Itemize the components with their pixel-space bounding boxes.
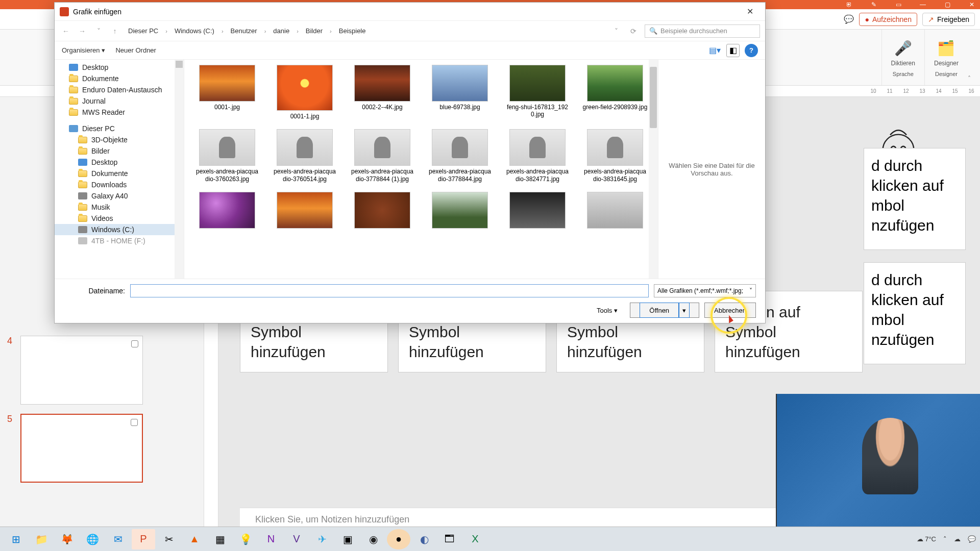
- breadcrumb[interactable]: Dieser PC: [125, 26, 161, 36]
- file-item[interactable]: [582, 192, 648, 229]
- start-button[interactable]: ⊞: [4, 529, 28, 549]
- refresh-icon[interactable]: ⟳: [627, 25, 640, 37]
- file-item[interactable]: feng-shui-167813_1920.jpg: [505, 65, 570, 120]
- tree-item-desktop[interactable]: Desktop: [55, 62, 184, 73]
- scrollbar-thumb[interactable]: [650, 67, 657, 128]
- app-icon[interactable]: ◐: [412, 529, 436, 549]
- file-item[interactable]: pexels-andrea-piacquadio-3760263.jpg: [194, 129, 260, 183]
- folder-tree[interactable]: Desktop Dokumente Enduro Daten-Austausch…: [55, 60, 184, 279]
- share-button[interactable]: ↗ Freigeben: [922, 13, 975, 26]
- recent-dropdown-icon[interactable]: ˅: [92, 25, 105, 37]
- file-item[interactable]: [505, 192, 570, 229]
- content-placeholder[interactable]: d durch klicken auf mbol nzufügen: [864, 262, 966, 364]
- tips-icon[interactable]: 💡: [234, 529, 257, 549]
- file-item[interactable]: pexels-andrea-piacquadio-3831645.jpg: [582, 129, 648, 183]
- file-grid[interactable]: 0001-.jpg 0001-1.jpg 0002-2--4K.jpg blue…: [184, 60, 658, 279]
- open-button[interactable]: Öffnen: [640, 303, 679, 318]
- tree-item-videos[interactable]: Videos: [55, 213, 184, 224]
- app-icon[interactable]: ▦: [208, 529, 232, 549]
- visual-studio-icon[interactable]: V: [285, 529, 308, 549]
- tree-item-journal[interactable]: Journal: [55, 95, 184, 107]
- breadcrumb[interactable]: Bilder: [303, 26, 326, 36]
- breadcrumb[interactable]: Beispiele: [336, 26, 369, 36]
- app-icon[interactable]: ●: [387, 529, 410, 549]
- tree-item-mws[interactable]: MWS Reader: [55, 107, 184, 118]
- tree-item-thispc[interactable]: Dieser PC: [55, 123, 184, 134]
- back-icon[interactable]: ←: [60, 25, 72, 37]
- tree-item-documents[interactable]: Dokumente: [55, 73, 184, 84]
- filetype-select[interactable]: Alle Grafiken (*.emf;*.wmf;*.jpg; ˅: [654, 284, 756, 297]
- slide-thumb-5[interactable]: [20, 414, 143, 483]
- dialog-close-button[interactable]: ✕: [740, 4, 760, 19]
- tree-item-desktop2[interactable]: Desktop: [55, 157, 184, 168]
- vlc-icon[interactable]: ▲: [183, 529, 206, 549]
- file-scrollbar[interactable]: [649, 60, 658, 279]
- maximize-icon[interactable]: ▢: [942, 1, 952, 8]
- file-explorer-icon[interactable]: 📁: [30, 529, 53, 549]
- file-item[interactable]: 0002-2--4K.jpg: [350, 65, 415, 120]
- file-item[interactable]: green-field-2908939.jpg: [582, 65, 648, 120]
- tree-item-windows-c[interactable]: Windows (C:): [55, 224, 184, 235]
- minimize-icon[interactable]: —: [918, 1, 928, 8]
- organize-menu[interactable]: Organisieren ▾: [62, 46, 105, 54]
- content-placeholder[interactable]: d durch klicken auf mbol nzufügen: [864, 148, 966, 250]
- new-folder-button[interactable]: Neuer Ordner: [115, 46, 156, 54]
- file-item[interactable]: pexels-andrea-piacquadio-3778844.jpg: [427, 129, 493, 183]
- outlook-icon[interactable]: ✉: [106, 529, 130, 549]
- filename-input[interactable]: [130, 284, 649, 297]
- tree-item-home-f[interactable]: 4TB - HOME (F:): [55, 235, 184, 246]
- tree-scrollbar[interactable]: [175, 60, 184, 279]
- file-item[interactable]: [272, 192, 337, 229]
- tree-item-pictures[interactable]: Bilder: [55, 145, 184, 157]
- tree-item-enduro[interactable]: Enduro Daten-Austausch: [55, 84, 184, 95]
- comment-icon[interactable]: 💬: [844, 14, 854, 24]
- app-icon[interactable]: ▣: [336, 529, 359, 549]
- slide-4-row[interactable]: 4: [7, 336, 197, 405]
- record-button[interactable]: ● Aufzeichnen: [859, 13, 917, 26]
- tray-expand-icon[interactable]: ˄: [943, 535, 947, 543]
- obs-icon[interactable]: ◉: [361, 529, 385, 549]
- scroll-up-icon[interactable]: [176, 61, 183, 68]
- firefox-icon[interactable]: 🦊: [55, 529, 79, 549]
- open-dropdown[interactable]: ▾: [679, 303, 690, 318]
- file-item[interactable]: pexels-andrea-piacquadio-3760514.jpg: [272, 129, 337, 183]
- search-input[interactable]: 🔍 Beispiele durchsuchen: [645, 24, 760, 38]
- breadcrumb[interactable]: Benutzer: [228, 26, 260, 36]
- forward-icon[interactable]: →: [76, 25, 88, 37]
- dictate-group[interactable]: 🎤 Diktieren Sprache: [881, 30, 924, 85]
- file-item[interactable]: [350, 192, 415, 229]
- file-item[interactable]: 0001-1.jpg: [272, 65, 337, 120]
- tray-icon[interactable]: 💬: [968, 535, 976, 543]
- collapse-ribbon-icon[interactable]: ˄: [968, 30, 975, 85]
- preview-pane-toggle[interactable]: ◧: [726, 44, 740, 57]
- file-item[interactable]: [427, 192, 493, 229]
- powerpoint-icon[interactable]: P: [132, 529, 155, 549]
- view-mode-button[interactable]: ▤▾: [708, 44, 721, 57]
- slide-5-row[interactable]: 5: [7, 414, 197, 483]
- tree-item-downloads[interactable]: Downloads: [55, 179, 184, 190]
- slide-thumb-4[interactable]: [20, 336, 143, 405]
- weather-widget[interactable]: ☁ 7°C: [917, 535, 936, 543]
- file-item[interactable]: blue-69738.jpg: [427, 65, 493, 120]
- onenote-icon[interactable]: N: [259, 529, 283, 549]
- file-item[interactable]: [194, 192, 260, 229]
- up-icon[interactable]: ↑: [109, 25, 121, 37]
- breadcrumb[interactable]: danie: [270, 26, 292, 36]
- app-icon[interactable]: 🗔: [438, 529, 461, 549]
- chrome-icon[interactable]: 🌐: [81, 529, 104, 549]
- tree-item-galaxy[interactable]: Galaxy A40: [55, 190, 184, 202]
- excel-icon[interactable]: X: [463, 529, 487, 549]
- onedrive-icon[interactable]: ☁: [954, 535, 961, 543]
- file-item[interactable]: pexels-andrea-piacquadio-3778844 (1).jpg: [350, 129, 415, 183]
- telegram-icon[interactable]: ✈: [310, 529, 334, 549]
- file-item[interactable]: pexels-andrea-piacquadio-3824771.jpg: [505, 129, 570, 183]
- designer-group[interactable]: 🗂️ Designer Designer: [924, 30, 968, 85]
- close-icon[interactable]: ✕: [967, 1, 977, 8]
- breadcrumb[interactable]: Windows (C:): [172, 26, 217, 36]
- file-item[interactable]: 0001-.jpg: [194, 65, 260, 120]
- snip-icon[interactable]: ✂: [157, 529, 181, 549]
- address-dropdown-icon[interactable]: ˅: [610, 25, 622, 37]
- tree-item-3dobjects[interactable]: 3D-Objekte: [55, 134, 184, 145]
- help-icon[interactable]: ?: [745, 44, 758, 57]
- tree-item-documents2[interactable]: Dokumente: [55, 168, 184, 179]
